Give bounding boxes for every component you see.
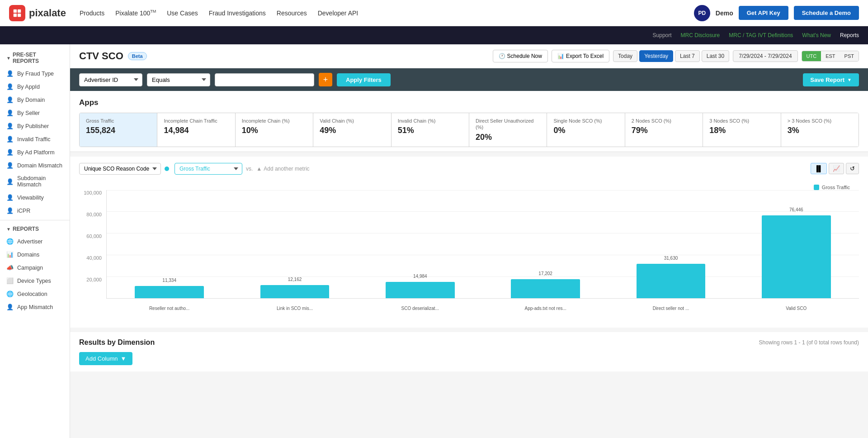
- sec-nav-mrc-tag[interactable]: MRC / TAG IVT Definitions: [729, 32, 793, 38]
- refresh-chart-button[interactable]: ↺: [846, 163, 859, 174]
- sidebar-item-campaign[interactable]: 📣 Campaign: [0, 261, 70, 274]
- bar[interactable]: 31,630: [637, 264, 706, 298]
- sidebar-label: By Fraud Type: [17, 71, 54, 77]
- stat-value: 49%: [320, 126, 384, 135]
- schedule-now-button[interactable]: 🕐 Schedule Now: [493, 50, 548, 62]
- preset-arrow-icon: ▼: [6, 56, 11, 61]
- sidebar-item-icpr[interactable]: 👤 iCPR: [0, 204, 70, 217]
- stat-label: Invalid Chain (%): [398, 118, 462, 124]
- sidebar-item-viewability[interactable]: 👤 Viewability: [0, 191, 70, 204]
- filter-value-input[interactable]: [215, 73, 314, 86]
- reports-header[interactable]: ▼ REPORTS: [0, 223, 70, 235]
- sec-nav-mrc[interactable]: MRC Disclosure: [681, 32, 720, 38]
- stat-label: Valid Chain (%): [320, 118, 384, 124]
- filter-operator-select[interactable]: Equals Not Equals Contains: [147, 73, 210, 86]
- save-report-button[interactable]: Save Report ▼: [803, 73, 859, 86]
- get-api-key-button[interactable]: Get API Key: [739, 6, 788, 20]
- page-title: CTV SCO: [79, 50, 123, 62]
- metric-select[interactable]: Gross Traffic: [175, 163, 242, 175]
- bar[interactable]: 17,202: [511, 279, 580, 298]
- bar[interactable]: 14,984: [386, 282, 455, 298]
- bar[interactable]: 11,334: [135, 286, 204, 298]
- user-icon: 👤: [6, 149, 14, 156]
- nav-usecases[interactable]: Use Cases: [167, 10, 198, 17]
- today-button[interactable]: Today: [613, 50, 637, 62]
- stat-label: Incomplete Chain (%): [242, 118, 307, 124]
- sec-nav-whats-new[interactable]: What's New: [802, 32, 831, 38]
- date-range-button[interactable]: 7/29/2024 - 7/29/2024: [733, 50, 797, 62]
- sidebar-item-device-types[interactable]: ⬜ Device Types: [0, 274, 70, 287]
- export-excel-button[interactable]: 📊 Export To Excel: [552, 50, 609, 62]
- sidebar-label: iCPR: [17, 208, 30, 214]
- sidebar-item-app-mismatch[interactable]: 👤 App Mismatch: [0, 300, 70, 314]
- vs-label: vs.: [246, 166, 253, 172]
- sidebar-item-by-fraud-type[interactable]: 👤 By Fraud Type: [0, 67, 70, 80]
- user-icon: 👤: [6, 136, 14, 143]
- sidebar-item-subdomain-mismatch[interactable]: 👤 Subdomain Mismatch: [0, 172, 70, 191]
- bar-chart-button[interactable]: ▐▌: [811, 163, 827, 174]
- chart-section: Unique SCO Reason Code Gross Traffic vs.…: [70, 157, 868, 328]
- triangle-icon: ▲: [256, 166, 262, 172]
- sidebar-item-domain-mismatch[interactable]: 👤 Domain Mismatch: [0, 159, 70, 172]
- stat-single-node: Single Node SCO (%) 0%: [547, 113, 625, 147]
- sidebar-label: Viewability: [17, 195, 44, 201]
- sidebar-item-by-domain[interactable]: 👤 By Domain: [0, 93, 70, 106]
- preset-reports-header[interactable]: ▼ PRE-SET REPORTS: [0, 49, 70, 67]
- nav-fraud[interactable]: Fraud Investigations: [209, 10, 266, 17]
- legend-label: Gross Traffic: [822, 185, 850, 190]
- sidebar-item-by-ad-platform[interactable]: 👤 By Ad Platform: [0, 146, 70, 159]
- bar-group: 17,202App-ads.txt not res...: [483, 190, 608, 298]
- bar-value-label: 17,202: [538, 271, 552, 276]
- bar[interactable]: 12,162: [260, 285, 330, 298]
- beta-badge: Beta: [128, 52, 147, 60]
- sidebar-item-advertiser[interactable]: 🌐 Advertiser: [0, 235, 70, 248]
- sidebar-label: By Publisher: [17, 123, 49, 129]
- last30-button[interactable]: Last 30: [702, 50, 729, 62]
- y-label: 40,000: [86, 255, 102, 261]
- logo-text: pixalate: [29, 7, 66, 19]
- sidebar-label: Invalid Traffic: [17, 136, 50, 143]
- bar-value-label: 31,630: [664, 256, 678, 261]
- add-column-button[interactable]: Add Column ▼: [79, 352, 132, 365]
- sidebar-item-by-seller[interactable]: 👤 By Seller: [0, 106, 70, 119]
- apply-filters-button[interactable]: Apply Filters: [337, 73, 391, 86]
- last7-button[interactable]: Last 7: [675, 50, 700, 62]
- sidebar-item-invalid-traffic[interactable]: 👤 Invalid Traffic: [0, 133, 70, 146]
- schedule-demo-button[interactable]: Schedule a Demo: [794, 6, 859, 20]
- excel-icon: 📊: [557, 53, 564, 59]
- add-filter-button[interactable]: +: [319, 73, 332, 86]
- filter-field-select[interactable]: Advertiser ID App ID Domain Publisher ID: [79, 73, 142, 86]
- user-icon: 👤: [6, 207, 14, 214]
- pst-button[interactable]: PST: [840, 51, 859, 61]
- device-icon: ⬜: [6, 277, 14, 284]
- sidebar-item-by-publisher[interactable]: 👤 By Publisher: [0, 119, 70, 133]
- sidebar-item-by-appid[interactable]: 👤 By AppId: [0, 80, 70, 93]
- bar-value-label: 11,334: [162, 278, 176, 283]
- add-metric-button[interactable]: ▲ Add another metric: [256, 166, 309, 172]
- results-header: Results by Dimension Showing rows 1 - 1 …: [79, 338, 859, 347]
- sidebar-item-domains[interactable]: 📊 Domains: [0, 248, 70, 261]
- nav-products[interactable]: Products: [80, 10, 104, 17]
- stat-value: 20%: [476, 133, 540, 142]
- user-avatar[interactable]: PD: [694, 5, 710, 21]
- user-icon: 👤: [6, 70, 14, 77]
- nav-resources[interactable]: Resources: [277, 10, 307, 17]
- line-chart-button[interactable]: 📈: [829, 163, 844, 174]
- utc-button[interactable]: UTC: [802, 51, 821, 61]
- sidebar-item-geolocation[interactable]: 🌐 Geolocation: [0, 287, 70, 300]
- sec-nav-reports[interactable]: Reports: [840, 32, 859, 38]
- user-icon: 👤: [6, 123, 14, 129]
- nav-pixalate100[interactable]: Pixalate 100TM: [115, 9, 156, 17]
- sec-nav-support[interactable]: Support: [653, 32, 672, 38]
- est-button[interactable]: EST: [821, 51, 840, 61]
- bar[interactable]: 76,446: [762, 215, 831, 298]
- nav-devapi[interactable]: Developer API: [318, 10, 359, 17]
- main-content: CTV SCO Beta 🕐 Schedule Now 📊 Export To …: [70, 44, 868, 438]
- logo[interactable]: pixalate: [9, 5, 66, 21]
- stat-value: 79%: [632, 126, 696, 135]
- sidebar-label: By Ad Platform: [17, 149, 55, 156]
- svg-rect-2: [14, 13, 17, 16]
- x-axis-select[interactable]: Unique SCO Reason Code: [79, 163, 161, 175]
- yesterday-button[interactable]: Yesterday: [639, 50, 673, 62]
- chart-type-buttons: ▐▌ 📈 ↺: [811, 163, 859, 174]
